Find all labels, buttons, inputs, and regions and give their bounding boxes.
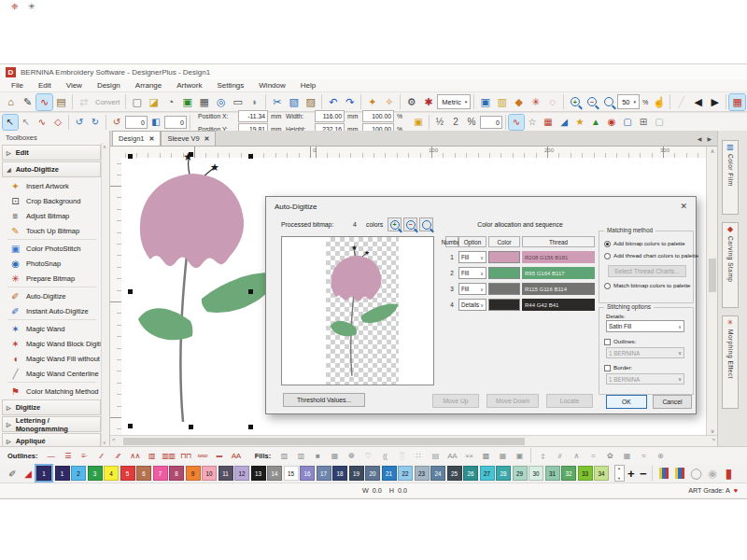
pan-hand-icon[interactable]: ☝ [651, 94, 667, 110]
scale-x-input[interactable]: 100.00 [362, 110, 394, 122]
reshape-object-icon[interactable]: ↖ [19, 115, 34, 130]
radio-add-thread-chart-colors-to-palette[interactable] [604, 253, 611, 259]
scroll-up-icon[interactable]: ∧ [103, 144, 106, 149]
thread-chart-alt-icon[interactable] [672, 466, 687, 481]
palette-swatch-26[interactable]: 26 [463, 466, 478, 481]
option-select[interactable]: Details∨ [458, 299, 486, 311]
palette-swatch-28[interactable]: 28 [496, 466, 511, 481]
scroll-right-icon[interactable]: > [712, 437, 715, 442]
palette-swatch-1[interactable]: 1 [55, 466, 70, 481]
rotate-angle-input[interactable]: 0 [125, 116, 148, 129]
toolbox-item-color-photostitch[interactable]: ▣Color PhotoStitch [0, 241, 109, 256]
tatami-fill-icon[interactable]: ▦ [327, 449, 342, 462]
palette-swatch-2[interactable]: 2 [71, 466, 86, 481]
palette-swatch-6[interactable]: 6 [136, 466, 151, 481]
selection-handle[interactable] [128, 289, 133, 294]
palette-swatch-15[interactable]: 15 [284, 466, 299, 481]
select-object-icon[interactable]: ↖ [3, 115, 18, 130]
lock-aspect-icon[interactable]: ▣ [411, 115, 426, 130]
satin-fill-icon[interactable]: ■ [310, 449, 325, 462]
settings-gear-icon[interactable]: ⚙ [403, 94, 419, 110]
palette-swatch-33[interactable]: 33 [578, 466, 593, 481]
move-down-button[interactable]: Move Down [486, 394, 539, 408]
zigzag-stitch-icon[interactable]: ∿ [509, 115, 524, 130]
pattern-fill-a-icon[interactable]: ▩ [478, 449, 493, 462]
option-select[interactable]: Fill∨ [458, 251, 486, 263]
dialog-title-bar[interactable]: Auto-Digitize ✕ [266, 197, 696, 216]
toolbox-item-insert-artwork[interactable]: ✦Insert Artwork [0, 178, 109, 193]
palette-swatch-12[interactable]: 12 [234, 466, 249, 481]
tools-icon[interactable]: ✱ [420, 94, 436, 110]
blanket-outline-icon[interactable]: ▥ [145, 449, 160, 462]
selection-handle[interactable] [248, 289, 253, 294]
background-color-icon[interactable]: ▢ [652, 115, 667, 130]
card-reader-icon[interactable]: ◗ [247, 94, 262, 110]
scale-2-1-icon[interactable]: 2 [448, 115, 463, 130]
select-thread-charts-button[interactable]: Select Thread Charts... [608, 265, 686, 277]
toolbox-item-color-matching-method[interactable]: ⚑Color Matching Method [0, 384, 109, 399]
current-color-swatch[interactable]: 1 [36, 466, 51, 481]
tab-scroll-left-icon[interactable]: ◀ [698, 135, 702, 142]
stamp-icon[interactable]: ◆ [511, 94, 527, 110]
toolbox-item-prepare-bitmap[interactable]: ✳Prepare Bitmap [0, 271, 109, 286]
scenery-icon[interactable]: ▲ [588, 115, 603, 130]
palette-swatch-31[interactable]: 31 [545, 466, 560, 481]
metric-combo[interactable]: Metric▾ [437, 94, 471, 109]
satin-outline-icon[interactable]: ⁄⁄ [94, 449, 109, 462]
florentine-effect-icon[interactable]: // [552, 449, 567, 462]
print-preview-icon[interactable]: ◎ [213, 94, 229, 110]
palette-swatch-8[interactable]: 8 [169, 466, 184, 481]
curved-fill-effect-icon[interactable]: ≈ [636, 449, 651, 462]
zoom-out-icon[interactable]: − [584, 94, 599, 110]
menu-design[interactable]: Design [90, 79, 128, 91]
candlewicking-outline-icon[interactable]: ••• [212, 449, 227, 462]
selection-handle[interactable] [128, 154, 133, 159]
insert-artwork-icon[interactable]: ✦ [364, 94, 380, 110]
position-x-input[interactable]: -11.34 [238, 110, 268, 122]
zigzag-outline-icon[interactable]: ∧∧ [128, 449, 143, 462]
scale-1-2-icon[interactable]: ½ [432, 115, 447, 130]
mirror-merge-icon[interactable]: ✳ [528, 94, 543, 110]
hollow-spool-icon[interactable]: ◯ [689, 466, 704, 481]
dock-tab-carving-stamp[interactable]: ◆Carving Stamp [722, 222, 739, 308]
design-tab-design1[interactable]: Design1✕ [112, 131, 161, 146]
palette-swatch-4[interactable]: 4 [104, 466, 119, 481]
radio-match-bitmap-colors-to-palette[interactable] [604, 283, 611, 289]
locate-button[interactable]: Locate [546, 394, 593, 408]
menu-artwork[interactable]: Artwork [169, 79, 209, 91]
zoom-to-fit-icon[interactable] [419, 217, 433, 231]
toolbox-item-magic-wand-centerline[interactable]: ╱Magic Wand Centerline [0, 366, 109, 381]
zoom-out-icon[interactable]: − [403, 217, 417, 231]
toolbox-header-edit[interactable]: ▷Edit [2, 145, 101, 161]
home-icon[interactable]: ⌂ [3, 94, 19, 110]
filled-spool-icon[interactable]: ◉ [705, 466, 720, 481]
toolbox-header-digitize[interactable]: ▷Digitize [2, 399, 101, 415]
lacework-fill-icon[interactable]: ❁ [344, 449, 359, 462]
toolbox-item-touch-up-bitmap[interactable]: ✎Touch Up Bitmap [0, 223, 109, 238]
selection-handle[interactable] [189, 152, 193, 157]
stipple-fill-icon[interactable]: ░ [394, 449, 409, 462]
toolbox-item-magic-wand-block-digitizi[interactable]: ✶Magic Wand Block Digitizi... [0, 336, 109, 351]
slow-redraw-icon[interactable]: ▦ [729, 94, 745, 110]
toolbox-item-photosnap[interactable]: ◉PhotoSnap [0, 256, 109, 271]
open-design-icon[interactable]: ◪ [146, 94, 162, 110]
write-to-machine-icon[interactable]: ▭ [230, 94, 246, 110]
measure-icon[interactable]: ╱ [673, 94, 689, 110]
redo-icon[interactable]: ↷ [342, 94, 358, 110]
paste-icon[interactable]: ▨ [303, 94, 318, 110]
pattern-run-icon[interactable]: ▥▥ [162, 449, 176, 462]
palette-swatch-16[interactable]: 16 [300, 466, 315, 481]
rotate-cw-45-icon[interactable]: ↻ [88, 115, 103, 130]
palette-swatch-17[interactable]: 17 [317, 466, 331, 481]
outlines-select[interactable]: 1 BERNINA∨ [606, 347, 684, 358]
toolbox-item-magic-wand[interactable]: ✶Magic Wand [0, 321, 109, 336]
sidebar-scrollbar[interactable]: ∧ ∨ [101, 143, 109, 446]
sculpture-run-icon[interactable]: ≡· [78, 449, 92, 462]
grid-icon[interactable]: ⊞ [636, 115, 651, 130]
closed-object-icon[interactable]: ◇ [50, 115, 65, 130]
palette-swatch-21[interactable]: 21 [382, 466, 397, 481]
palette-swatch-22[interactable]: 22 [398, 466, 413, 481]
palette-swatch-34[interactable]: 34 [594, 466, 609, 481]
globe-fill-effect-icon[interactable]: ⊕ [653, 449, 668, 462]
palette-swatch-32[interactable]: 32 [561, 466, 576, 481]
